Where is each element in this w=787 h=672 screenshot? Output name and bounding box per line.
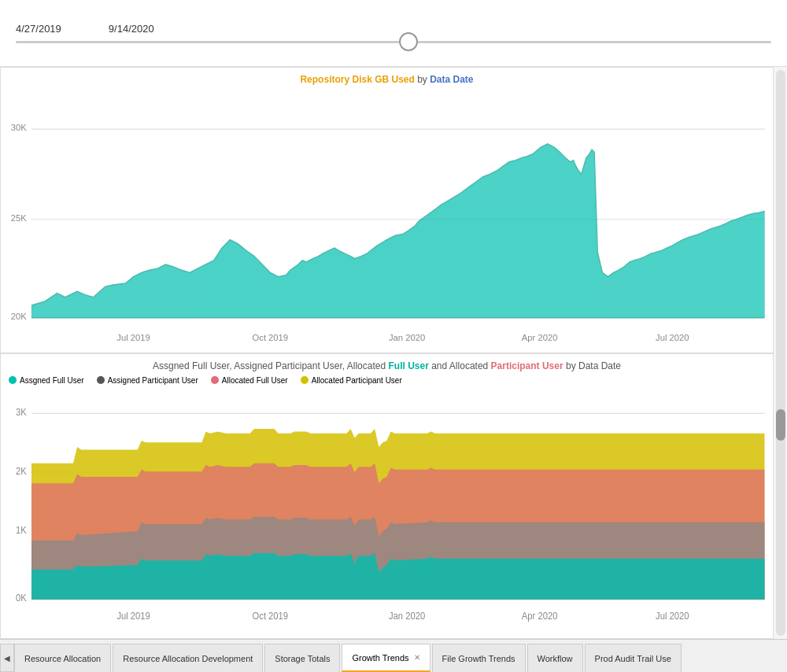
slider-track[interactable] [16, 41, 771, 43]
tabs-bar: ◀ Resource Allocation Resource Allocatio… [0, 639, 787, 672]
svg-text:2K: 2K [16, 464, 27, 476]
svg-text:20K: 20K [11, 312, 27, 321]
scrollbar-thumb[interactable] [776, 409, 785, 441]
chart2-svg-wrapper: 3K 2K 1K 0K Jul 2019 Oct 2019 Jan 2020 A… [1, 388, 773, 633]
chart2-title: Assgned Full User, Assigned Participant … [1, 354, 773, 375]
legend-item-full-user: Assgned Full User [9, 376, 84, 385]
scrollbar-track[interactable] [776, 70, 785, 636]
svg-text:Apr 2020: Apr 2020 [522, 333, 558, 342]
tab-storage-totals[interactable]: Storage Totals [264, 644, 340, 672]
svg-text:30K: 30K [11, 123, 27, 132]
legend-item-participant: Assigned Participant User [97, 376, 198, 385]
chart-users: Assgned Full User, Assigned Participant … [0, 353, 773, 640]
legend-dot-full-user [9, 376, 17, 384]
svg-text:0K: 0K [16, 592, 27, 604]
tab-resource-allocation-dev[interactable]: Resource Allocation Development [113, 644, 263, 672]
legend-dot-allocated-participant [301, 376, 309, 384]
legend-dot-participant [97, 376, 105, 384]
tab-prod-audit[interactable]: Prod Audit Trail Use [585, 644, 682, 672]
legend-dot-allocated-full [211, 376, 219, 384]
tab-growth-trends-close[interactable]: ✕ [414, 653, 420, 662]
end-date: 9/14/2020 [109, 23, 154, 35]
right-scrollbar[interactable] [773, 67, 787, 639]
chart1-svg-wrapper: 30K 25K 20K Jul 2019 Oct 2019 Jan 2020 A… [1, 88, 773, 351]
legend-item-allocated-participant: Allocated Participant User [301, 376, 402, 385]
date-slider-container[interactable] [16, 41, 771, 43]
svg-text:1K: 1K [16, 523, 27, 535]
tab-nav-prev[interactable]: ◀ [0, 644, 14, 672]
chart1-title: Repository Disk GB Used by Data Date [1, 68, 773, 88]
charts-area: Repository Disk GB Used by Data Date 30K… [0, 67, 773, 639]
top-bar: 4/27/2019 9/14/2020 [0, 0, 787, 67]
svg-text:Oct 2019: Oct 2019 [253, 610, 289, 622]
date-range: 4/27/2019 9/14/2020 [16, 23, 154, 35]
tab-resource-allocation[interactable]: Resource Allocation [14, 644, 111, 672]
svg-text:Jan 2020: Jan 2020 [389, 333, 425, 342]
legend-item-allocated-full: Allocated Full User [211, 376, 288, 385]
tab-workflow[interactable]: Workflow [527, 644, 583, 672]
svg-text:25K: 25K [11, 213, 27, 223]
svg-text:Jan 2020: Jan 2020 [389, 610, 426, 622]
chart2-legend: Assgned Full User Assigned Participant U… [1, 375, 773, 388]
tab-file-growth-trends[interactable]: File Growth Trends [432, 644, 526, 672]
svg-text:Jul 2020: Jul 2020 [656, 610, 689, 622]
chart-disk-gb: Repository Disk GB Used by Data Date 30K… [0, 67, 773, 353]
slider-thumb[interactable] [399, 32, 418, 51]
svg-text:Jul 2020: Jul 2020 [656, 333, 689, 342]
start-date: 4/27/2019 [16, 23, 61, 35]
tab-growth-trends[interactable]: Growth Trends ✕ [342, 644, 430, 672]
svg-text:Jul 2019: Jul 2019 [116, 610, 150, 622]
svg-text:3K: 3K [16, 405, 27, 417]
svg-text:Apr 2020: Apr 2020 [522, 610, 558, 622]
svg-text:Jul 2019: Jul 2019 [116, 333, 150, 342]
main-content: Repository Disk GB Used by Data Date 30K… [0, 67, 787, 639]
svg-text:Oct 2019: Oct 2019 [253, 333, 289, 342]
